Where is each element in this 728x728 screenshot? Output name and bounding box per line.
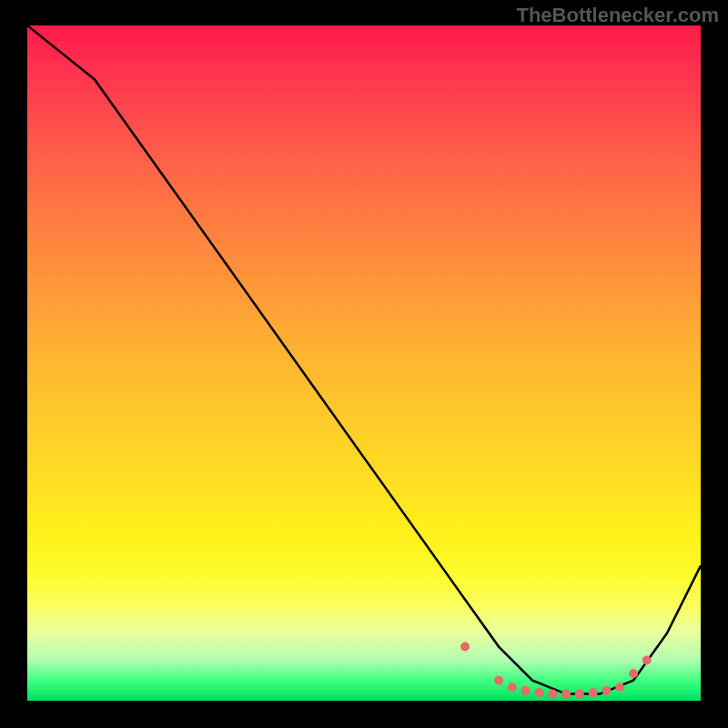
marker-dot [521,686,531,695]
plot-area [27,25,701,701]
marker-dot [629,669,638,678]
marker-dot [494,676,503,685]
line-series [27,25,701,694]
marker-dot [534,688,543,697]
watermark-text: TheBottlenecker.com [516,4,719,27]
marker-dot [615,682,624,692]
marker-dot [589,688,598,697]
marker-dot [460,642,470,652]
marker-dot [602,686,611,695]
chart-svg [27,25,701,701]
marker-dot [642,656,652,665]
marker-dot [548,690,557,699]
marker-dot [561,690,571,699]
marker-dot [575,690,584,699]
marker-dot [508,682,517,692]
